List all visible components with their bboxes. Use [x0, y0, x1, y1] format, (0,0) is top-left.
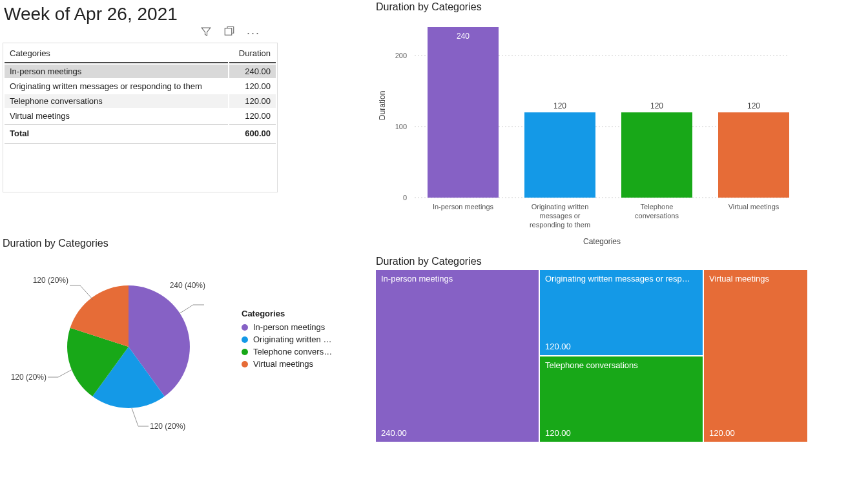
swatch-icon	[242, 361, 248, 367]
total-label: Total	[5, 124, 228, 142]
legend-label: In-person meetings	[253, 322, 325, 332]
tree-label: In-person meetings	[381, 274, 533, 284]
legend-header: Categories	[242, 309, 332, 318]
bar-value: 120	[553, 101, 566, 110]
legend-label: Originating written …	[253, 335, 331, 344]
bar-virtual[interactable]	[718, 112, 789, 198]
legend-label: Virtual meetings	[253, 359, 313, 369]
pie-chart[interactable]: 240 (40%) 120 (20%) 120 (20%) 120 (20%)	[3, 253, 235, 447]
bar-chart[interactable]: Duration 0 100 200 240 120 120 120 In-pe…	[376, 17, 802, 249]
tree-value: 240.00	[381, 428, 407, 438]
swatch-icon	[242, 324, 248, 331]
cell: Originating written messages or respondi…	[5, 79, 228, 93]
cell: In-person meetings	[5, 65, 228, 78]
legend-item[interactable]: Virtual meetings	[242, 359, 332, 369]
tree-value: 120.00	[545, 342, 571, 351]
cell: 120.00	[229, 94, 276, 108]
bar-value: 120	[747, 101, 760, 110]
pie-label: 120 (20%)	[150, 422, 185, 431]
legend-item[interactable]: Originating written …	[242, 335, 332, 344]
svg-line-6	[132, 408, 138, 426]
more-options-icon[interactable]: ···	[247, 26, 260, 40]
svg-line-10	[80, 285, 93, 300]
x-tick: conversations	[635, 212, 679, 220]
y-tick: 0	[403, 194, 407, 201]
category-table[interactable]: Categories Duration In-person meetings 2…	[3, 43, 278, 192]
cell: Virtual meetings	[5, 109, 228, 123]
pie-chart-title: Duration by Categories	[3, 238, 108, 249]
x-tick: responding to them	[530, 221, 590, 229]
focus-mode-icon[interactable]	[223, 26, 235, 40]
pie-label: 240 (40%)	[170, 281, 205, 290]
table-row[interactable]: Telephone conversations 120.00	[5, 94, 276, 108]
bar-written[interactable]	[524, 112, 595, 198]
x-tick: Originating written	[532, 203, 589, 211]
x-tick: messages or	[540, 212, 581, 220]
table-row[interactable]: In-person meetings 240.00	[5, 65, 276, 78]
x-tick: Virtual meetings	[728, 203, 780, 211]
bar-value: 120	[650, 101, 663, 110]
tree-label: Telephone conversations	[545, 360, 698, 370]
col-header-categories[interactable]: Categories	[5, 45, 228, 63]
pie-label: 120 (20%)	[33, 276, 68, 285]
cell: 120.00	[229, 79, 276, 93]
visual-toolbar: ···	[200, 26, 260, 40]
tree-cell-written[interactable]: Originating written messages or resp… 12…	[540, 270, 703, 355]
cell: 120.00	[229, 109, 276, 123]
table-row[interactable]: Originating written messages or respondi…	[5, 79, 276, 93]
pie-legend: Categories In-person meetings Originatin…	[242, 309, 332, 371]
cell: Telephone conversations	[5, 94, 228, 108]
y-tick: 200	[395, 52, 407, 59]
pie-label: 120 (20%)	[11, 373, 46, 382]
tree-value: 120.00	[545, 428, 571, 438]
tree-label: Originating written messages or resp…	[545, 274, 698, 284]
x-tick: In-person meetings	[433, 203, 494, 211]
legend-item[interactable]: Telephone convers…	[242, 347, 332, 356]
tree-cell-phone[interactable]: Telephone conversations 120.00	[540, 356, 703, 442]
tree-cell-inperson[interactable]: In-person meetings 240.00	[376, 270, 539, 442]
tree-value: 120.00	[709, 428, 735, 438]
tree-label: Virtual meetings	[709, 274, 802, 284]
x-axis-label: Categories	[583, 237, 621, 246]
y-tick: 100	[395, 123, 407, 130]
x-tick: Telephone	[641, 203, 674, 211]
col-header-duration[interactable]: Duration	[229, 45, 276, 63]
table-total-row: Total 600.00	[5, 124, 276, 142]
bar-chart-title: Duration by Categories	[376, 1, 482, 13]
filter-icon[interactable]	[200, 26, 212, 40]
tree-cell-virtual[interactable]: Virtual meetings 120.00	[704, 270, 807, 442]
swatch-icon	[242, 349, 248, 355]
bar-value: 240	[457, 32, 470, 41]
bar-phone[interactable]	[621, 112, 692, 198]
svg-line-4	[179, 305, 193, 314]
svg-line-8	[58, 369, 72, 377]
cell: 240.00	[229, 65, 276, 78]
y-axis-label: Duration	[378, 91, 387, 120]
swatch-icon	[242, 336, 248, 343]
bar-inperson[interactable]	[428, 27, 499, 198]
treemap-title: Duration by Categories	[376, 256, 482, 267]
total-value: 600.00	[229, 124, 276, 142]
svg-rect-0	[225, 28, 232, 36]
treemap[interactable]: In-person meetings 240.00 Originating wr…	[376, 270, 809, 442]
page-title: Week of Apr 26, 2021	[4, 4, 178, 25]
table-row[interactable]: Virtual meetings 120.00	[5, 109, 276, 123]
legend-item[interactable]: In-person meetings	[242, 322, 332, 332]
legend-label: Telephone convers…	[253, 347, 332, 356]
